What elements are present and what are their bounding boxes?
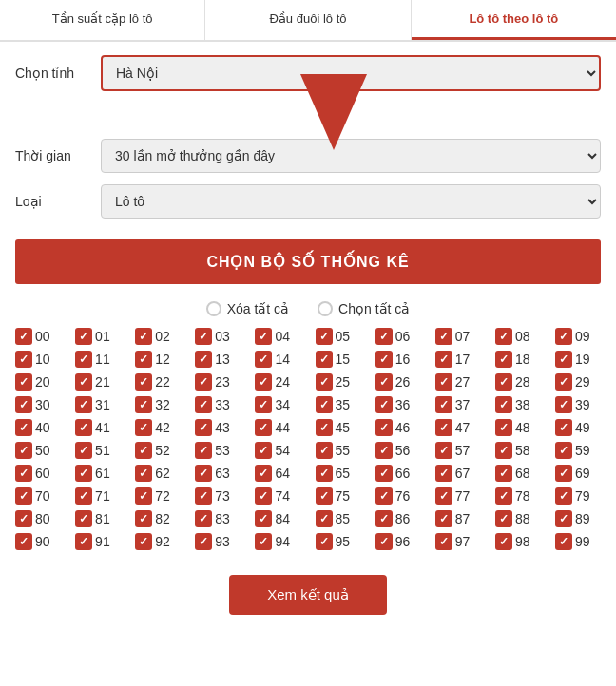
number-item-22[interactable]: 22 [135,373,181,391]
number-item-56[interactable]: 56 [375,442,421,459]
number-item-62[interactable]: 62 [135,465,181,482]
number-item-30[interactable]: 30 [15,396,61,413]
chon-tat-ca-item[interactable]: Chọn tất cả [318,301,410,316]
number-item-87[interactable]: 87 [435,510,481,527]
number-item-98[interactable]: 98 [495,533,541,550]
number-item-84[interactable]: 84 [255,510,300,527]
number-item-81[interactable]: 81 [75,510,121,527]
number-item-86[interactable]: 86 [375,510,421,527]
number-item-80[interactable]: 80 [15,510,61,527]
number-item-19[interactable]: 19 [555,351,601,368]
number-item-77[interactable]: 77 [435,487,481,505]
number-item-94[interactable]: 94 [255,533,300,550]
number-item-21[interactable]: 21 [75,373,121,391]
number-item-63[interactable]: 63 [195,465,241,482]
number-item-82[interactable]: 82 [135,510,181,527]
number-item-90[interactable]: 90 [15,533,61,550]
number-item-68[interactable]: 68 [495,465,541,482]
number-item-33[interactable]: 33 [195,396,241,413]
number-item-12[interactable]: 12 [135,351,181,368]
number-item-34[interactable]: 34 [255,396,300,413]
number-item-59[interactable]: 59 [555,442,601,459]
number-item-17[interactable]: 17 [435,351,481,368]
number-item-72[interactable]: 72 [135,487,181,505]
number-item-07[interactable]: 07 [435,328,481,345]
number-item-46[interactable]: 46 [375,419,421,436]
number-item-16[interactable]: 16 [375,351,421,368]
number-item-09[interactable]: 09 [555,328,601,345]
number-item-23[interactable]: 23 [195,373,241,391]
number-item-35[interactable]: 35 [316,396,361,413]
number-item-06[interactable]: 06 [375,328,421,345]
number-item-88[interactable]: 88 [495,510,541,527]
tab-dau-duoi[interactable]: Đầu đuôi lô tô [205,0,411,40]
xem-ket-qua-button[interactable]: Xem kết quả [229,575,387,615]
number-item-53[interactable]: 53 [195,442,241,459]
number-item-40[interactable]: 40 [15,419,61,436]
number-item-96[interactable]: 96 [375,533,421,550]
number-item-74[interactable]: 74 [255,487,300,505]
number-item-55[interactable]: 55 [316,442,361,459]
number-item-00[interactable]: 00 [15,328,61,345]
number-item-28[interactable]: 28 [495,373,541,391]
number-item-64[interactable]: 64 [255,465,300,482]
number-item-58[interactable]: 58 [495,442,541,459]
number-item-73[interactable]: 73 [195,487,241,505]
number-item-60[interactable]: 60 [15,465,61,482]
number-item-01[interactable]: 01 [75,328,121,345]
number-item-67[interactable]: 67 [435,465,481,482]
number-item-13[interactable]: 13 [195,351,241,368]
number-item-11[interactable]: 11 [75,351,121,368]
number-item-92[interactable]: 92 [135,533,181,550]
number-item-37[interactable]: 37 [435,396,481,413]
chon-bo-so-button[interactable]: CHỌN BỘ SỐ THỐNG KÊ [15,239,601,284]
number-item-47[interactable]: 47 [435,419,481,436]
tab-tan-suat[interactable]: Tần suất cặp lô tô [0,0,205,40]
number-item-43[interactable]: 43 [195,419,241,436]
number-item-41[interactable]: 41 [75,419,121,436]
xoa-tat-ca-item[interactable]: Xóa tất cả [206,301,289,316]
number-item-75[interactable]: 75 [316,487,361,505]
number-item-70[interactable]: 70 [15,487,61,505]
number-item-05[interactable]: 05 [316,328,361,345]
number-item-83[interactable]: 83 [195,510,241,527]
number-item-03[interactable]: 03 [195,328,241,345]
number-item-78[interactable]: 78 [495,487,541,505]
number-item-32[interactable]: 32 [135,396,181,413]
number-item-04[interactable]: 04 [255,328,300,345]
number-item-99[interactable]: 99 [555,533,601,550]
number-item-25[interactable]: 25 [316,373,361,391]
number-item-79[interactable]: 79 [555,487,601,505]
number-item-57[interactable]: 57 [435,442,481,459]
number-item-08[interactable]: 08 [495,328,541,345]
number-item-45[interactable]: 45 [316,419,361,436]
number-item-89[interactable]: 89 [555,510,601,527]
number-item-48[interactable]: 48 [495,419,541,436]
number-item-76[interactable]: 76 [375,487,421,505]
number-item-61[interactable]: 61 [75,465,121,482]
number-item-49[interactable]: 49 [555,419,601,436]
number-item-39[interactable]: 39 [555,396,601,413]
number-item-71[interactable]: 71 [75,487,121,505]
number-item-18[interactable]: 18 [495,351,541,368]
number-item-02[interactable]: 02 [135,328,181,345]
number-item-10[interactable]: 10 [15,351,61,368]
number-item-50[interactable]: 50 [15,442,61,459]
number-item-91[interactable]: 91 [75,533,121,550]
loai-select[interactable]: Lô tô Đề 3 càng [101,184,601,219]
number-item-36[interactable]: 36 [375,396,421,413]
number-item-42[interactable]: 42 [135,419,181,436]
number-item-85[interactable]: 85 [316,510,361,527]
number-item-52[interactable]: 52 [135,442,181,459]
number-item-54[interactable]: 54 [255,442,300,459]
number-item-93[interactable]: 93 [195,533,241,550]
number-item-15[interactable]: 15 [316,351,361,368]
number-item-69[interactable]: 69 [555,465,601,482]
number-item-44[interactable]: 44 [255,419,300,436]
number-item-65[interactable]: 65 [316,465,361,482]
number-item-38[interactable]: 38 [495,396,541,413]
number-item-20[interactable]: 20 [15,373,61,391]
number-item-31[interactable]: 31 [75,396,121,413]
number-item-66[interactable]: 66 [375,465,421,482]
number-item-97[interactable]: 97 [435,533,481,550]
